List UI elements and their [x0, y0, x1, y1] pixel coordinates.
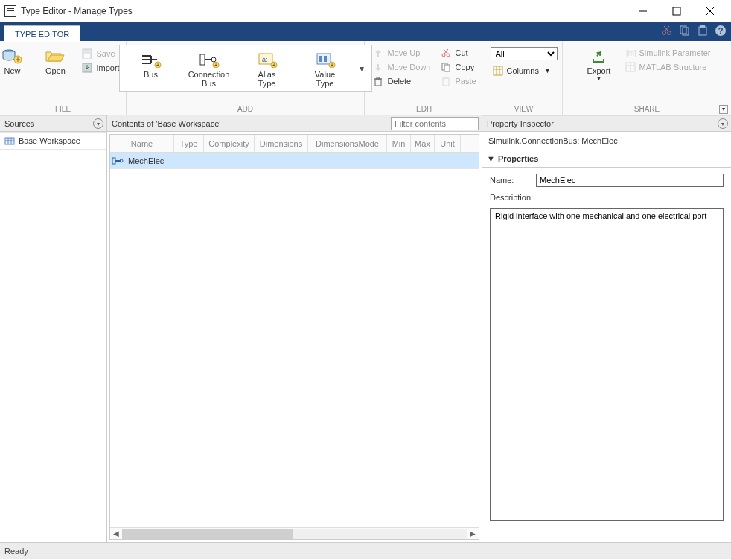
- move-up-button: Move Up: [371, 47, 432, 59]
- columns-icon: [493, 66, 503, 76]
- connection-bus-icon: +: [197, 51, 221, 69]
- tab-type-editor[interactable]: TYPE EDITOR: [4, 25, 80, 42]
- status-text: Ready: [4, 547, 28, 556]
- scrollbar-thumb[interactable]: [122, 529, 293, 539]
- close-button[interactable]: [693, 0, 727, 22]
- add-bus-button[interactable]: + Bus: [124, 48, 178, 88]
- svg-rect-53: [494, 66, 502, 75]
- folder-open-icon: [43, 47, 67, 65]
- ribbon-group-view-label: VIEW: [514, 105, 534, 113]
- workspace-icon: [4, 136, 15, 146]
- svg-rect-11: [700, 25, 705, 28]
- matlab-struct-icon: [625, 62, 636, 72]
- new-icon: [0, 47, 24, 65]
- svg-line-6: [665, 26, 669, 31]
- sources-menu-button[interactable]: ▾: [93, 118, 103, 129]
- svg-point-5: [668, 31, 671, 35]
- paste-button: Paste: [438, 75, 478, 87]
- inspector-header: Property Inspector ▾: [482, 115, 731, 132]
- move-down-button: Move Down: [371, 61, 432, 73]
- view-filter-select[interactable]: All: [491, 47, 558, 60]
- source-base-workspace[interactable]: Base Workspace: [0, 132, 106, 150]
- copy-icon: [441, 62, 451, 72]
- connection-bus-row-icon: [110, 156, 125, 165]
- svg-point-4: [663, 31, 666, 35]
- name-input[interactable]: [536, 174, 724, 187]
- cut-button[interactable]: Cut: [438, 47, 478, 59]
- paste-icon[interactable]: [697, 25, 709, 36]
- ribbon-group-share-label: SHARE: [634, 105, 660, 113]
- bus-icon: +: [139, 51, 163, 69]
- contents-grid-header: Name Type Complexity Dimensions Dimensio…: [110, 135, 479, 153]
- window-title: Type Editor - Manage Types: [21, 6, 133, 16]
- copy-button[interactable]: Copy: [438, 61, 478, 73]
- svg-text:a:: a:: [262, 56, 268, 63]
- svg-rect-50: [444, 65, 450, 71]
- horizontal-scrollbar[interactable]: ◀ ▶: [110, 527, 479, 539]
- svg-rect-28: [200, 54, 205, 65]
- svg-rect-10: [699, 27, 706, 35]
- delete-button[interactable]: Delete: [371, 75, 432, 87]
- cut-icon: [441, 48, 451, 58]
- svg-rect-65: [112, 158, 115, 164]
- copy-icon[interactable]: [679, 25, 691, 36]
- trash-icon: [373, 76, 383, 86]
- ribbon-group-add-label: ADD: [237, 105, 253, 113]
- svg-rect-52: [444, 77, 447, 79]
- simulink-parameter-button: [m]Simulink Parameter: [623, 47, 713, 59]
- svg-text:+: +: [156, 63, 159, 68]
- scroll-left-arrow[interactable]: ◀: [110, 529, 122, 538]
- add-alias-type-button[interactable]: a:+ Alias Type: [240, 48, 294, 88]
- move-down-icon: [373, 62, 383, 72]
- filter-contents-input[interactable]: [391, 117, 479, 130]
- table-row[interactable]: MechElec: [110, 153, 479, 169]
- properties-section-toggle[interactable]: ▼ Properties: [482, 150, 731, 168]
- app-icon: [4, 5, 16, 17]
- add-connection-bus-button[interactable]: + Connection Bus: [182, 48, 236, 88]
- simulink-icon: [m]: [625, 48, 636, 58]
- add-value-type-button[interactable]: + Value Type: [299, 48, 352, 88]
- ribbon-group-edit-label: EDIT: [416, 105, 433, 113]
- svg-line-7: [664, 26, 668, 31]
- export-icon: [587, 47, 611, 65]
- status-bar: Ready: [0, 542, 731, 559]
- export-button[interactable]: Export ▼: [581, 45, 617, 82]
- ribbon-group-file-label: FILE: [55, 105, 71, 113]
- name-label: Name:: [490, 176, 532, 185]
- svg-line-47: [444, 49, 448, 54]
- ribbon-expand-button[interactable]: ▾: [719, 105, 728, 114]
- alias-type-icon: a:+: [255, 51, 279, 69]
- scissors-icon[interactable]: [661, 25, 673, 36]
- svg-text:+: +: [272, 63, 275, 68]
- svg-rect-1: [673, 7, 680, 15]
- scroll-right-arrow[interactable]: ▶: [467, 529, 479, 538]
- svg-rect-51: [443, 78, 449, 86]
- description-textarea[interactable]: Rigid interface with one mechanical and …: [490, 208, 724, 521]
- value-type-icon: +: [313, 51, 337, 69]
- new-button[interactable]: New: [0, 45, 31, 75]
- svg-rect-39: [324, 56, 327, 62]
- columns-button[interactable]: Columns▼: [491, 65, 558, 77]
- move-up-icon: [373, 48, 383, 58]
- save-icon: [82, 48, 92, 59]
- open-button[interactable]: Open: [36, 45, 74, 75]
- svg-line-48: [444, 49, 447, 54]
- inspector-type-label: Simulink.ConnectionBus: MechElec: [482, 132, 731, 150]
- sources-header: Sources ▾: [0, 115, 106, 132]
- svg-text:+: +: [330, 63, 333, 68]
- svg-point-45: [442, 54, 445, 57]
- inspector-menu-button[interactable]: ▾: [718, 118, 728, 129]
- import-icon: [82, 63, 92, 73]
- svg-point-46: [447, 54, 450, 57]
- svg-rect-42: [375, 79, 381, 86]
- svg-text:?: ?: [718, 26, 724, 35]
- maximize-button[interactable]: [660, 0, 693, 22]
- paste-icon: [441, 76, 451, 86]
- collapse-icon: ▼: [487, 154, 495, 163]
- svg-text:[m]: [m]: [626, 49, 636, 57]
- svg-rect-38: [319, 56, 322, 62]
- minimize-button[interactable]: [626, 0, 660, 22]
- svg-text:+: +: [214, 63, 217, 68]
- help-icon[interactable]: ?: [715, 25, 727, 36]
- matlab-structure-button: MATLAB Structure: [623, 61, 713, 73]
